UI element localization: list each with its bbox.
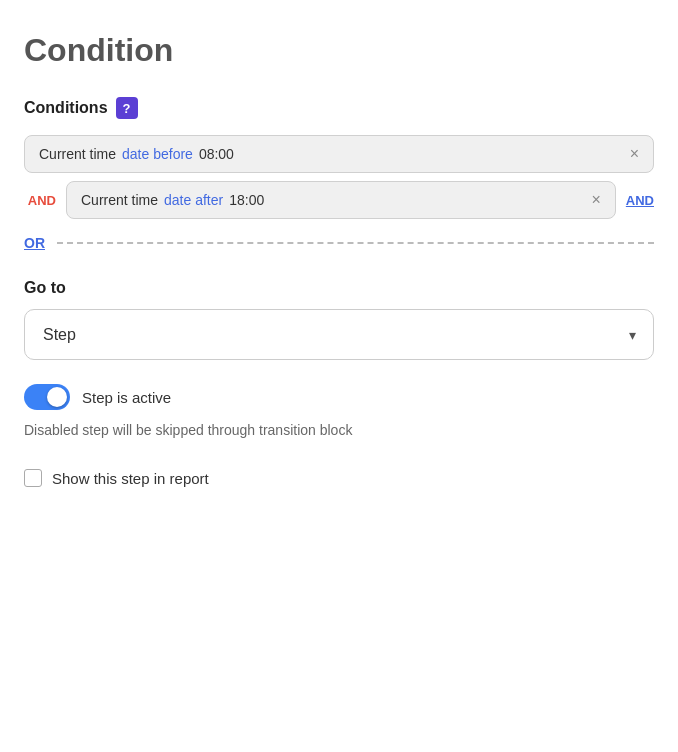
- condition-1-text-dark: Current time: [39, 146, 116, 162]
- step-select-wrapper: Step ▾: [24, 309, 654, 360]
- step-active-toggle[interactable]: [24, 384, 70, 410]
- toggle-knob: [47, 387, 67, 407]
- condition-panel: Condition Conditions ? Current time date…: [0, 0, 678, 752]
- condition-row-1: Current time date before 08:00 ×: [24, 135, 654, 173]
- condition-2-close-icon[interactable]: ×: [591, 192, 600, 208]
- toggle-label: Step is active: [82, 389, 171, 406]
- report-checkbox-row: Show this step in report: [24, 469, 654, 487]
- toggle-row: Step is active: [24, 384, 654, 410]
- or-divider: [57, 242, 654, 244]
- condition-tag-1[interactable]: Current time date before 08:00 ×: [24, 135, 654, 173]
- or-link[interactable]: OR: [24, 235, 45, 251]
- condition-tag-2[interactable]: Current time date after 18:00 ×: [66, 181, 616, 219]
- condition-row-2: AND Current time date after 18:00 × AND: [24, 181, 654, 219]
- conditions-label: Conditions: [24, 99, 108, 117]
- condition-2-time: 18:00: [229, 192, 264, 208]
- step-select[interactable]: Step: [24, 309, 654, 360]
- report-checkbox-label: Show this step in report: [52, 470, 209, 487]
- goto-label: Go to: [24, 279, 654, 297]
- conditions-list: Current time date before 08:00 × AND Cur…: [24, 135, 654, 227]
- conditions-header: Conditions ?: [24, 97, 654, 119]
- and-link[interactable]: AND: [626, 193, 654, 208]
- condition-2-text-blue: date after: [164, 192, 223, 208]
- goto-section: Go to Step ▾: [24, 279, 654, 360]
- conditions-help-icon[interactable]: ?: [116, 97, 138, 119]
- step-active-description: Disabled step will be skipped through tr…: [24, 420, 654, 441]
- condition-1-close-icon[interactable]: ×: [630, 146, 639, 162]
- report-checkbox[interactable]: [24, 469, 42, 487]
- or-row: OR: [24, 235, 654, 251]
- condition-1-time: 08:00: [199, 146, 234, 162]
- condition-2-connector: AND: [24, 193, 56, 208]
- condition-2-text-dark: Current time: [81, 192, 158, 208]
- page-title: Condition: [24, 32, 654, 69]
- condition-1-text-blue: date before: [122, 146, 193, 162]
